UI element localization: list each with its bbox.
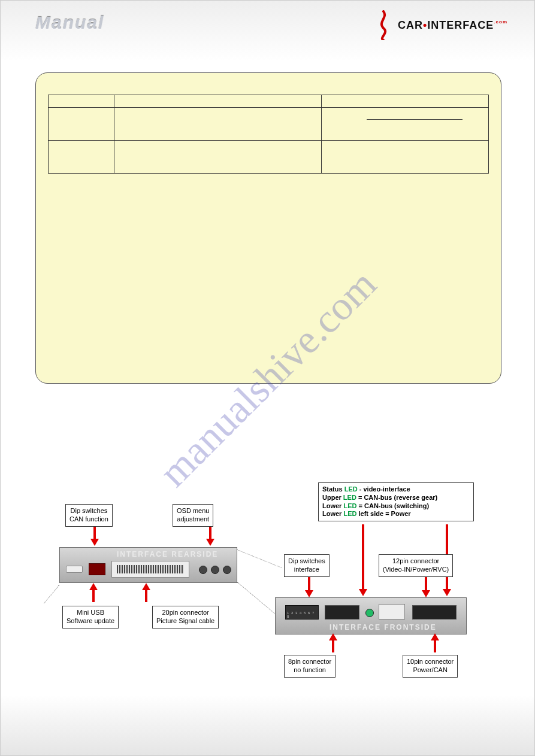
connector-10pin-icon <box>412 605 457 620</box>
led-icon <box>365 609 374 617</box>
arrow-icon <box>145 589 147 602</box>
page: Manual CAR•INTERFACE.com <box>0 0 535 756</box>
label-12pin: 12pin connector(Video-IN/Power/RVC) <box>379 554 453 577</box>
label-osd: OSD menuadjustment <box>173 504 213 527</box>
cell <box>114 95 321 108</box>
osd-button-icon <box>211 566 219 574</box>
label-dip-interface: Dip switchesinterface <box>284 554 330 577</box>
logo-text: CAR•INTERFACE.com <box>398 19 507 32</box>
status-line: Lower LED = CAN-bus (switching) <box>322 502 470 511</box>
connection-diagram: Dip switchesCAN function OSD menuadjustm… <box>35 482 501 698</box>
dip-switches-icon <box>89 563 105 575</box>
arrow-icon <box>93 527 96 540</box>
manual-title: Manual <box>35 13 104 33</box>
arrow-icon <box>209 527 211 540</box>
osd-button-icon <box>199 566 207 574</box>
arrow-icon <box>425 577 427 591</box>
label-10pin: 10pin connectorPower/CAN <box>403 655 458 678</box>
device-front-title: INTERFACE FRONTSIDE <box>330 623 437 631</box>
ribbon-pins-icon <box>117 565 184 573</box>
mini-usb-port-icon <box>66 566 83 573</box>
header: Manual CAR•INTERFACE.com <box>35 13 507 42</box>
info-panel <box>35 72 501 384</box>
label-8pin: 8pin connectorno function <box>284 655 335 678</box>
cell <box>321 141 488 174</box>
status-line: Status LED - video-interface <box>322 485 470 494</box>
arrow-icon <box>434 639 436 652</box>
projection-line-icon <box>237 549 282 568</box>
logo-suffix: .com <box>494 19 507 25</box>
underline-rule <box>367 119 463 120</box>
device-rear-title: INTERFACE REARSIDE <box>117 550 218 558</box>
ribbon-connector-icon <box>111 561 189 578</box>
dip-numbers: 1 2 3 4 5 6 7 8 <box>287 611 317 618</box>
label-20pin: 20pin connectorPicture Signal cable <box>152 606 219 629</box>
device-frontside: INTERFACE FRONTSIDE 1 2 3 4 5 6 7 8 <box>275 597 467 634</box>
table-row <box>49 108 489 141</box>
label-status-led: Status LED - video-interface Upper LED =… <box>318 482 474 521</box>
arrow-icon <box>308 577 310 591</box>
cell <box>49 108 114 141</box>
label-miniusb: Mini USBSoftware update <box>62 606 119 629</box>
projection-line-icon <box>44 585 59 603</box>
table-row <box>49 141 489 174</box>
logo-right: INTERFACE <box>427 19 494 31</box>
table-row <box>49 95 489 108</box>
arrow-icon <box>92 589 95 602</box>
cell <box>114 141 321 174</box>
osd-button-icon <box>223 566 231 574</box>
logo-left: CAR <box>398 19 423 31</box>
device-rearside: INTERFACE REARSIDE <box>59 547 237 583</box>
cell <box>321 108 488 141</box>
connector-12pin-icon <box>379 604 405 620</box>
dip-switches-icon: 1 2 3 4 5 6 7 8 <box>285 605 319 620</box>
cell <box>114 108 321 141</box>
label-dip-can: Dip switchesCAN function <box>65 504 113 527</box>
cell <box>321 95 488 108</box>
cell <box>49 95 114 108</box>
connector-8pin-icon <box>325 605 359 620</box>
arrow-icon <box>362 524 364 590</box>
dip-table <box>48 95 489 174</box>
status-line: Lower LED left side = Power <box>322 510 470 518</box>
logo-swoosh-icon <box>373 10 394 40</box>
cell <box>49 141 114 174</box>
brand-logo: CAR•INTERFACE.com <box>373 10 507 40</box>
status-line: Upper LED = CAN-bus (reverse gear) <box>322 494 470 502</box>
arrow-icon <box>332 639 334 652</box>
